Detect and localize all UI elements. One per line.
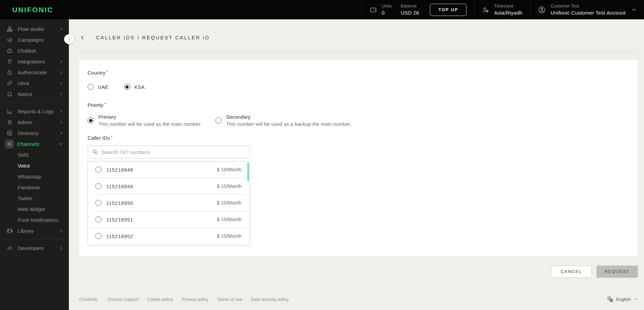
radio-secondary[interactable] bbox=[215, 117, 222, 123]
caller-id-row[interactable]: 115218951 $ 10/Month bbox=[91, 211, 246, 228]
radio-number[interactable] bbox=[95, 183, 101, 189]
sidebar-item-chatbot[interactable]: Chatbot bbox=[0, 45, 69, 56]
page-footer: ©Unifonic Contact support Cookie policy … bbox=[79, 288, 638, 302]
radio-number[interactable] bbox=[95, 167, 101, 173]
chevron-right-icon bbox=[59, 131, 63, 135]
top-up-button[interactable]: TOP UP bbox=[430, 4, 467, 16]
priority-option-name: Secondary bbox=[226, 114, 352, 120]
sidebar-item-directory[interactable]: Directory bbox=[0, 128, 69, 138]
required-mark: * bbox=[105, 102, 106, 106]
channels-icon-box bbox=[5, 139, 14, 149]
language-label: English bbox=[616, 297, 631, 302]
balance-stat: Balance USD 26 bbox=[401, 4, 419, 16]
sidebar-subitem-twitter[interactable]: Twitter bbox=[0, 193, 69, 204]
number-search-input[interactable] bbox=[101, 149, 250, 155]
sidebar-subitem-web-widget[interactable]: Web Widget bbox=[0, 204, 69, 214]
priority-option-name: Primary bbox=[98, 114, 202, 120]
sidebar-item-admin[interactable]: Admin bbox=[0, 117, 69, 128]
chevron-right-icon bbox=[59, 27, 63, 31]
account-name: Customer Test bbox=[551, 4, 626, 8]
sidebar-subitem-push-notifications[interactable]: Push Notifications bbox=[0, 214, 69, 225]
request-caller-id-form-card: Country* UAE KSA Priority* bbox=[79, 60, 638, 256]
caller-id-row[interactable]: 115218948 $ 10/Month bbox=[91, 161, 246, 178]
request-button[interactable]: REQUEST bbox=[596, 266, 638, 278]
sidebar-item-library[interactable]: Library bbox=[0, 225, 69, 236]
sidebar-item-authenticate[interactable]: Authenticate bbox=[0, 67, 69, 78]
radio-primary[interactable] bbox=[88, 117, 94, 123]
sidebar-item-notice[interactable]: Notice bbox=[0, 89, 69, 99]
chevron-right-icon bbox=[59, 246, 63, 250]
sidebar-item-ulink[interactable]: Ulink bbox=[0, 78, 69, 89]
language-chevron-down-icon bbox=[633, 297, 638, 302]
caller-id-row[interactable]: 115218949 $ 10/Month bbox=[91, 178, 246, 195]
caller-id-list: 115218948 $ 10/Month 115218949 $ 10/Mont… bbox=[88, 161, 250, 246]
sidebar-item-flow-studio[interactable]: Flow studio bbox=[0, 23, 69, 34]
number-price: $ 10/Month bbox=[217, 217, 242, 222]
radio-number[interactable] bbox=[95, 200, 101, 206]
country-label: Country* bbox=[88, 70, 638, 76]
radio-number[interactable] bbox=[95, 233, 101, 239]
account-icon bbox=[538, 6, 546, 14]
sidebar-item-campaigns[interactable]: Campaigns bbox=[0, 34, 69, 45]
account-stat: Customer Test Unifonic Customer Test Acc… bbox=[551, 4, 626, 16]
country-option-uae[interactable]: UAE bbox=[88, 84, 109, 90]
priority-option-primary[interactable]: Primary This number will be used as the … bbox=[88, 114, 202, 127]
footer-link-data-security-policy[interactable]: Data security policy bbox=[251, 297, 289, 302]
timezone-label: Timezone bbox=[494, 4, 522, 8]
back-button[interactable] bbox=[79, 34, 86, 41]
footer-link-terms-of-use[interactable]: Terms of use bbox=[217, 297, 242, 302]
sidebar-subitem-facebook[interactable]: Facebook bbox=[0, 182, 69, 193]
radio-ksa[interactable] bbox=[124, 84, 130, 90]
footer-link-cookie-policy[interactable]: Cookie policy bbox=[147, 297, 173, 302]
sidebar-item-label: Authenticate bbox=[18, 70, 47, 75]
chevron-right-icon bbox=[59, 120, 63, 124]
number-price: $ 10/Month bbox=[217, 233, 242, 239]
account-section[interactable]: Customer Test Unifonic Customer Test Acc… bbox=[530, 0, 644, 19]
number-value: 115218952 bbox=[106, 233, 133, 239]
footer-link-contact-support[interactable]: Contact support bbox=[108, 297, 138, 302]
priority-option-secondary[interactable]: Secondary This number will be used as a … bbox=[215, 114, 352, 127]
cancel-button[interactable]: CANCEL bbox=[551, 266, 592, 278]
sidebar-item-reports-logs[interactable]: Reports & Logs bbox=[0, 106, 69, 117]
list-scrollbar-thumb[interactable] bbox=[247, 162, 249, 181]
radio-number[interactable] bbox=[95, 216, 101, 222]
chevron-right-icon bbox=[59, 92, 63, 96]
image-library-icon bbox=[6, 228, 13, 234]
country-option-label: KSA bbox=[134, 84, 145, 90]
caller-id-row[interactable]: 115218950 $ 10/Month bbox=[91, 195, 246, 211]
sidebar-subitem-whatsapp[interactable]: WhatsApp bbox=[0, 171, 69, 182]
number-price: $ 10/Month bbox=[217, 167, 242, 172]
caller-id-row[interactable]: 115218952 $ 10/Month bbox=[91, 228, 246, 245]
lock-icon bbox=[6, 69, 13, 76]
sidebar-item-label: Reports & Logs bbox=[18, 109, 54, 114]
sidebar-subitem-label: WhatsApp bbox=[18, 174, 41, 179]
bell-icon bbox=[6, 91, 13, 97]
country-option-ksa[interactable]: KSA bbox=[124, 84, 145, 90]
sidebar-item-label: Integrations bbox=[18, 59, 45, 64]
footer-link-privacy-policy[interactable]: Privacy policy bbox=[182, 297, 209, 302]
unifonic-logo: UNIFONIC bbox=[12, 6, 54, 14]
sidebar: Flow studio Campaigns Chatbot bbox=[0, 19, 69, 310]
units-stat: Units 0 bbox=[382, 4, 392, 16]
sidebar-item-integrations[interactable]: Integrations bbox=[0, 56, 69, 67]
sidebar-item-label: Flow studio bbox=[18, 26, 44, 32]
sidebar-item-developers[interactable]: Developers bbox=[0, 243, 69, 253]
priority-option-description: This number will be used as a backup the… bbox=[226, 121, 352, 127]
priority-label: Priority* bbox=[88, 102, 638, 108]
form-actions: CANCEL REQUEST bbox=[79, 266, 638, 278]
language-selector[interactable]: English bbox=[607, 296, 638, 302]
sidebar-subitem-voice[interactable]: Voice bbox=[0, 160, 69, 171]
required-mark: * bbox=[107, 70, 108, 74]
search-icon bbox=[92, 149, 98, 155]
sidebar-item-label: Library bbox=[18, 228, 34, 234]
sidebar-collapse-button[interactable] bbox=[64, 34, 74, 44]
sidebar-item-label: Chatbot bbox=[18, 48, 36, 54]
sliders-icon bbox=[6, 119, 13, 125]
account-chevron-down-icon[interactable] bbox=[631, 7, 637, 13]
country-option-label: UAE bbox=[98, 84, 109, 90]
sidebar-item-channels[interactable]: Channels bbox=[0, 138, 69, 149]
sidebar-subitem-label: Twitter bbox=[18, 195, 33, 201]
number-search-box bbox=[88, 146, 250, 158]
sidebar-subitem-sms[interactable]: SMS bbox=[0, 149, 69, 160]
radio-uae[interactable] bbox=[88, 84, 94, 90]
